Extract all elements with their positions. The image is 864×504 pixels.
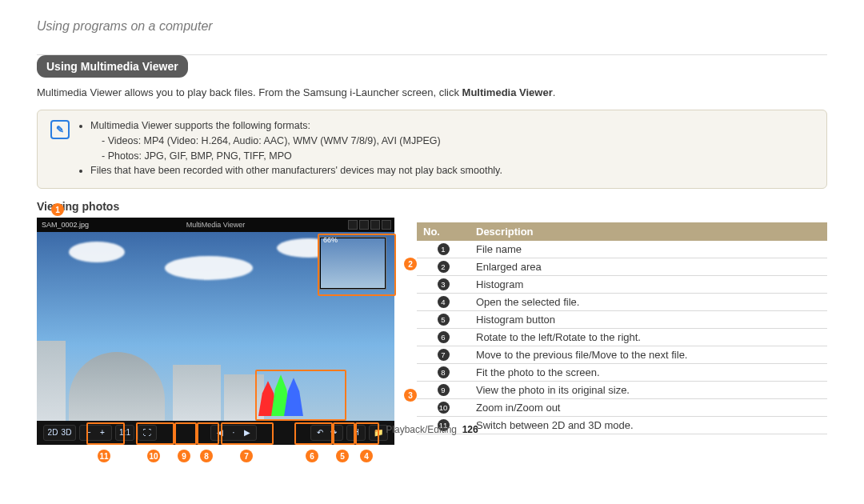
viewer-titlebar: SAM_0002.jpg MultiMedia Viewer: [37, 218, 394, 232]
page-footer: Playback/Editing 126: [0, 424, 864, 435]
row-desc: File name: [470, 241, 827, 258]
intro-tail: .: [553, 86, 556, 98]
table-header-desc: Description: [470, 222, 827, 241]
table-row: 10Zoom in/Zoom out: [417, 399, 827, 417]
sub-heading: Viewing photos: [37, 200, 827, 213]
row-desc: Histogram button: [470, 311, 827, 328]
table-header-no: No.: [417, 222, 470, 241]
table-header: No. Description: [417, 222, 827, 241]
callout-7: 7: [240, 450, 253, 462]
footer-page: 126: [462, 424, 478, 435]
table-row: 2Enlarged area: [417, 258, 827, 276]
callout-3: 3: [404, 389, 417, 402]
row-badge: 9: [438, 384, 450, 396]
thumb-percent: 66%: [323, 236, 338, 244]
enlarged-area-thumb: 66%: [319, 237, 386, 290]
intro-bold: Multimedia Viewer: [462, 86, 553, 98]
row-desc: Open the selected file.: [470, 294, 827, 310]
viewer-figure: 1 SAM_0002.jpg MultiMedia Viewer: [37, 218, 394, 445]
breadcrumb: Using programs on a computer: [37, 19, 827, 34]
viewer-filename: SAM_0002.jpg: [42, 221, 89, 229]
note-line-formats: Multimedia Viewer supports the following…: [90, 118, 815, 134]
restore-icon[interactable]: [370, 220, 380, 230]
row-badge: 8: [438, 366, 450, 378]
callout-8: 8: [200, 450, 213, 462]
row-desc: Move to the previous file/Move to the ne…: [470, 346, 827, 363]
row-desc: Histogram: [470, 276, 827, 293]
table-row: 7Move to the previous file/Move to the n…: [417, 346, 827, 364]
row-badge: 7: [438, 349, 450, 361]
table-row: 9View the photo in its original size.: [417, 382, 827, 399]
note-line-videos-text: Videos: MP4 (Video: H.264, Audio: AAC), …: [108, 135, 441, 146]
table-row: 8Fit the photo to the screen.: [417, 364, 827, 382]
callout-11: 11: [98, 450, 110, 462]
callout-6: 6: [306, 450, 318, 462]
row-desc: Zoom in/Zoom out: [470, 399, 827, 416]
note-line-compat: Files that have been recorded with other…: [90, 163, 815, 178]
intro-text: Multimedia Viewer allows you to play bac…: [37, 86, 462, 98]
row-badge: 5: [438, 314, 450, 326]
description-table: No. Description 1File name 2Enlarged are…: [417, 222, 827, 434]
row-desc: View the photo in its original size.: [470, 382, 827, 398]
row-desc: Enlarged area: [470, 258, 827, 275]
row-badge: 2: [438, 261, 450, 273]
note-box: ✎ Multimedia Viewer supports the followi…: [37, 110, 827, 189]
callout-5: 5: [336, 450, 349, 462]
table-row: 5Histogram button: [417, 311, 827, 329]
footer-section: Playback/Editing: [386, 424, 457, 435]
callout-10: 10: [147, 450, 160, 462]
intro-paragraph: Multimedia Viewer allows you to play bac…: [37, 86, 827, 100]
callout-4: 4: [360, 450, 373, 462]
note-line-photos: - Photos: JPG, GIF, BMP, PNG, TIFF, MPO: [90, 149, 815, 164]
viewer-title: MultiMedia Viewer: [186, 221, 245, 229]
row-desc: Fit the photo to the screen.: [470, 364, 827, 381]
section-title-pill: Using Multimedia Viewer: [37, 55, 188, 78]
close-icon[interactable]: [382, 220, 391, 230]
row-desc: Rotate to the left/Rotate to the right.: [470, 329, 827, 346]
row-badge: 4: [438, 296, 450, 308]
callout-1: 1: [51, 203, 64, 216]
row-badge: 10: [438, 402, 450, 414]
table-row: 1File name: [417, 241, 827, 258]
table-row: 3Histogram: [417, 276, 827, 294]
table-row: 4Open the selected file.: [417, 294, 827, 311]
maximize-icon[interactable]: [359, 220, 369, 230]
row-badge: 1: [438, 243, 450, 255]
row-badge: 3: [438, 278, 450, 290]
window-buttons: [348, 220, 391, 230]
row-badge: 6: [438, 331, 450, 343]
histogram-overlay: [258, 371, 338, 416]
callout-9: 9: [178, 450, 190, 462]
minimize-icon[interactable]: [348, 220, 358, 230]
note-icon: ✎: [50, 120, 70, 139]
table-row: 6Rotate to the left/Rotate to the right.: [417, 329, 827, 346]
multimedia-viewer-window: SAM_0002.jpg MultiMedia Viewer: [37, 218, 394, 445]
callout-2: 2: [404, 258, 417, 270]
note-line-videos: - Videos: MP4 (Video: H.264, Audio: AAC)…: [90, 134, 815, 149]
note-line-photos-text: Photos: JPG, GIF, BMP, PNG, TIFF, MPO: [108, 150, 292, 162]
